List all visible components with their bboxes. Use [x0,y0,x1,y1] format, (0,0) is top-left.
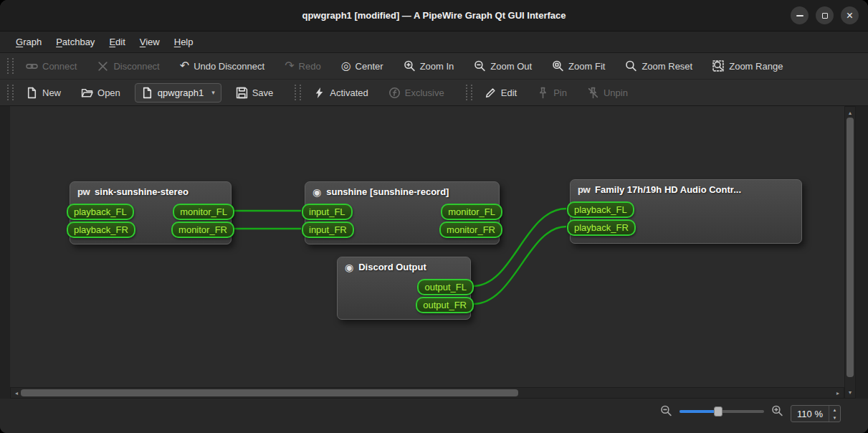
port-output_FL[interactable]: output_FL [417,279,474,295]
pin-label: Pin [553,87,567,98]
titlebar[interactable]: qpwgraph1 [modified] — A PipeWire Graph … [0,0,868,32]
toolbar-handle[interactable] [466,85,472,100]
zoom-fit-label: Zoom Fit [568,61,605,72]
workarea: pw sink-sunshine-stereo playback_FL play… [0,106,868,399]
node-header: pw sink-sunshine-stereo [70,182,231,197]
center-icon: ◎ [341,60,351,72]
node-sunshine[interactable]: ◉ sunshine [sunshine-record] input_FL in… [305,181,500,244]
menu-graph-label: raph [23,37,42,47]
maximize-button[interactable] [816,6,834,24]
port-monitor_FL[interactable]: monitor_FL [173,204,234,220]
zoom-in-icon [404,60,416,72]
window-controls: × [791,0,859,31]
pin-button: Pin [531,83,573,103]
zoom-range-label: Zoom Range [729,61,783,72]
menu-graph[interactable]: Graph [9,34,49,50]
open-button[interactable]: Open [75,83,126,103]
menu-patchbay[interactable]: Patchbay [49,34,102,50]
exclusive-icon [388,87,401,99]
scroll-down-arrow[interactable]: ▾ [845,387,855,397]
horizontal-scrollbar-thumb[interactable] [21,389,518,396]
port-playback_FL[interactable]: playback_FL [67,204,134,220]
patchbay-selector[interactable]: qpwgraph1 ▾ [135,83,221,103]
menu-patchbay-mnemonic: P [56,37,62,47]
connect-icon [26,60,38,72]
exclusive-button: Exclusive [383,83,450,103]
zoom-reset-label: Zoom Reset [642,61,692,72]
horizontal-scrollbar[interactable]: ◂ ▸ [10,387,844,399]
menu-help[interactable]: Help [167,34,201,50]
window-title: qpwgraph1 [modified] — A PipeWire Graph … [302,10,566,21]
port-input_FR[interactable]: input_FR [302,222,354,238]
pencil-icon [485,87,497,99]
port-playback_FR[interactable]: playback_FR [567,219,636,236]
zoom-out-button[interactable]: Zoom Out [468,57,538,76]
new-button[interactable]: New [20,83,67,103]
scroll-right-arrow[interactable]: ▸ [833,388,843,398]
menu-view-mnemonic: V [140,37,146,47]
port-playback_FR[interactable]: playback_FR [67,222,135,238]
save-label: Save [252,87,274,98]
toolbar-handle[interactable] [7,58,14,74]
spin-up-button[interactable]: ▲ [829,406,840,414]
pin-icon [537,87,549,99]
undo-disconnect-label: Undo Disconnect [194,61,264,72]
zoom-range-button[interactable]: Zoom Range [707,57,788,76]
port-output_FR[interactable]: output_FR [416,297,474,313]
toolbar-handle[interactable] [7,85,14,100]
undo-disconnect-button[interactable]: ↶ Undo Disconnect [174,57,270,75]
menu-edit-label: dit [115,37,125,47]
menu-patchbay-label: atchbay [62,37,95,47]
close-button[interactable]: × [841,6,859,24]
connect-button: Connect [20,57,82,76]
graph-canvas[interactable]: pw sink-sunshine-stereo playback_FL play… [10,106,844,387]
scroll-left-arrow[interactable]: ◂ [11,388,22,398]
open-folder-icon [81,87,93,99]
zoom-spinbox[interactable]: 110 % ▲ ▼ [791,405,841,422]
toolbar-handle[interactable] [295,85,301,100]
port-monitor_FL[interactable]: monitor_FL [441,204,502,220]
port-playback_FL[interactable]: playback_FL [567,201,634,218]
center-label: Center [356,61,383,72]
zoom-value: 110 % [791,406,829,422]
menu-view[interactable]: View [133,34,167,50]
zoom-fit-button[interactable]: Zoom Fit [546,57,611,76]
disconnect-icon [97,60,109,72]
menu-edit[interactable]: Edit [102,34,132,50]
node-family-hd-audio[interactable]: pw Family 17h/19h HD Audio Contr... play… [570,179,802,244]
port-monitor_FR[interactable]: monitor_FR [171,222,234,238]
edit-button[interactable]: Edit [479,83,523,103]
zoom-slider[interactable] [679,406,764,417]
minimize-button[interactable] [791,6,809,24]
statusbar: 110 % ▲ ▼ [0,399,868,433]
save-button[interactable]: Save [230,83,280,103]
zoom-out-icon [474,60,486,72]
disconnect-label: Disconnect [113,61,159,72]
unpin-label: Unpin [604,87,628,98]
zoom-reset-button[interactable]: Zoom Reset [619,57,698,76]
bolt-icon [313,87,325,99]
menu-edit-mnemonic: E [109,37,115,47]
port-input_FL[interactable]: input_FL [302,204,353,220]
spin-down-button[interactable]: ▼ [829,414,840,422]
app-window: qpwgraph1 [modified] — A PipeWire Graph … [0,0,868,433]
node-title: sunshine [sunshine-record] [326,186,449,197]
patchbay-file-icon [141,87,153,99]
vertical-scrollbar[interactable]: ▴ ▾ [844,106,856,399]
vertical-scrollbar-thumb[interactable] [846,118,854,377]
node-header: pw Family 17h/19h HD Audio Contr... [571,180,801,195]
zoom-slider-handle[interactable] [714,406,722,417]
node-header: ◉ sunshine [sunshine-record] [305,182,499,197]
activated-button[interactable]: Activated [307,83,373,103]
node-sink-sunshine-stereo[interactable]: pw sink-sunshine-stereo playback_FL play… [70,181,232,244]
scroll-up-arrow[interactable]: ▴ [845,108,855,118]
save-icon [236,87,248,99]
port-monitor_FR[interactable]: monitor_FR [439,222,502,238]
menu-view-label: iew [146,37,160,47]
node-discord-output[interactable]: ◉ Discord Output output_FL output_FR [337,257,471,320]
zoom-in-button[interactable]: Zoom In [398,57,460,76]
edit-label: Edit [501,87,517,98]
center-button[interactable]: ◎ Center [335,57,389,75]
activated-label: Activated [330,87,368,98]
new-label: New [42,87,61,98]
